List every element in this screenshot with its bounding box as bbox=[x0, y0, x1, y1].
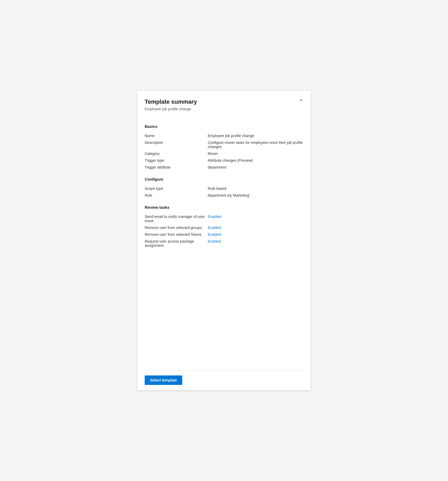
field-label-rule: Rule bbox=[145, 193, 208, 197]
field-row: Rule department eq 'Marketing' bbox=[145, 192, 303, 199]
panel-header: Template summary Employee job profile ch… bbox=[137, 91, 311, 116]
field-row: Description Configure mover tasks for em… bbox=[145, 139, 303, 150]
basics-section: Basics Name Employee job profile change … bbox=[145, 124, 303, 171]
panel-footer: Select template bbox=[137, 370, 311, 390]
field-label-scope-type: Scope type bbox=[145, 186, 208, 191]
field-value-category: Mover bbox=[208, 151, 303, 156]
review-tasks-section: Review tasks Send email to notify manage… bbox=[145, 205, 303, 249]
field-row: Send email to notify manager of user mov… bbox=[145, 213, 303, 224]
field-label-name: Name bbox=[145, 134, 208, 138]
field-value-request-access: Enabled bbox=[208, 239, 303, 243]
close-button[interactable]: × bbox=[297, 96, 305, 104]
field-value-trigger-attribute: department bbox=[208, 165, 303, 169]
field-label-send-email: Send email to notify manager of user mov… bbox=[145, 215, 208, 223]
panel-title: Template summary bbox=[145, 98, 303, 106]
field-value-remove-teams: Enabled bbox=[208, 232, 303, 237]
field-row: Category Mover bbox=[145, 150, 303, 157]
field-label-request-access: Request user access package assignment bbox=[145, 239, 208, 248]
field-value-scope-type: Rule based bbox=[208, 186, 303, 191]
field-row: Remove user from selected Teams Enabled bbox=[145, 231, 303, 238]
field-value-send-email: Enabled bbox=[208, 215, 303, 219]
field-value-description: Configure mover tasks for employees once… bbox=[208, 140, 303, 149]
field-label-category: Category bbox=[145, 151, 208, 156]
template-summary-panel: Template summary Employee job profile ch… bbox=[137, 91, 311, 390]
field-value-remove-groups: Enabled bbox=[208, 226, 303, 230]
select-template-button[interactable]: Select template bbox=[145, 375, 182, 385]
field-label-trigger-attribute: Trigger attribute bbox=[145, 165, 208, 169]
field-label-remove-groups: Remove user from selected groups bbox=[145, 226, 208, 230]
panel-subtitle: Employee job profile change bbox=[145, 107, 303, 111]
review-tasks-heading: Review tasks bbox=[145, 205, 303, 210]
field-label-trigger-type: Trigger type bbox=[145, 158, 208, 163]
field-value-rule: department eq 'Marketing' bbox=[208, 193, 303, 197]
field-row: Trigger attribute department bbox=[145, 164, 303, 171]
field-row: Request user access package assignment E… bbox=[145, 238, 303, 249]
basics-heading: Basics bbox=[145, 124, 303, 129]
field-label-remove-teams: Remove user from selected Teams bbox=[145, 232, 208, 237]
configure-heading: Configure bbox=[145, 177, 303, 181]
configure-section: Configure Scope type Rule based Rule dep… bbox=[145, 177, 303, 199]
panel-content: Basics Name Employee job profile change … bbox=[137, 116, 311, 390]
field-row: Trigger type Attribute changes (Preview) bbox=[145, 157, 303, 164]
field-value-trigger-type: Attribute changes (Preview) bbox=[208, 158, 303, 163]
field-value-name: Employee job profile change bbox=[208, 134, 303, 138]
field-label-description: Description bbox=[145, 140, 208, 145]
field-row: Name Employee job profile change bbox=[145, 132, 303, 139]
field-row: Remove user from selected groups Enabled bbox=[145, 224, 303, 231]
field-row: Scope type Rule based bbox=[145, 185, 303, 192]
